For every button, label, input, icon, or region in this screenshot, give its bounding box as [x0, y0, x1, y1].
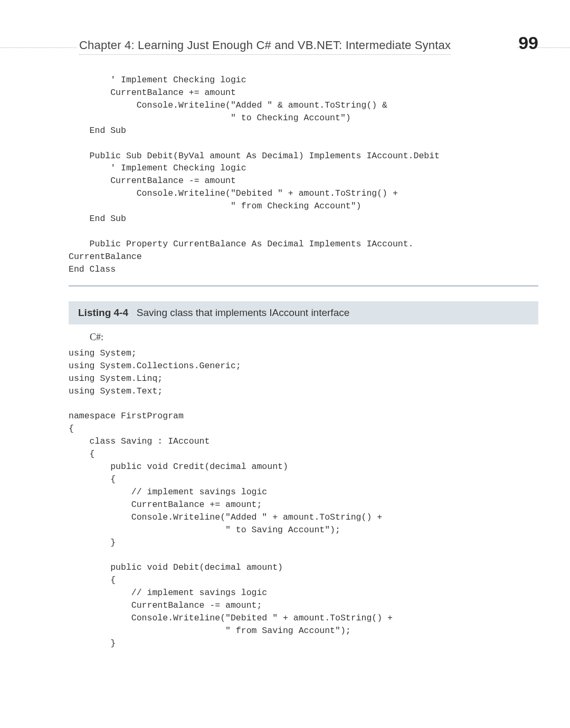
- code-divider: [69, 285, 538, 286]
- chapter-title: Chapter 4: Learning Just Enough C# and V…: [79, 39, 451, 55]
- listing-header: Listing 4-4 Saving class that implements…: [69, 301, 538, 324]
- header-rule-left: [0, 47, 77, 49]
- language-label-csharp: C#:: [90, 332, 538, 343]
- page-number: 99: [518, 33, 538, 53]
- listing-label: Listing 4-4: [78, 307, 128, 318]
- page-content: ' Implement Checking logic CurrentBalanc…: [69, 74, 538, 650]
- listing-title: Saving class that implements IAccount in…: [137, 307, 349, 318]
- page-header: Chapter 4: Learning Just Enough C# and V…: [79, 33, 538, 55]
- vb-code-block: ' Implement Checking logic CurrentBalanc…: [69, 74, 538, 276]
- csharp-code-block: using System; using System.Collections.G…: [69, 347, 538, 650]
